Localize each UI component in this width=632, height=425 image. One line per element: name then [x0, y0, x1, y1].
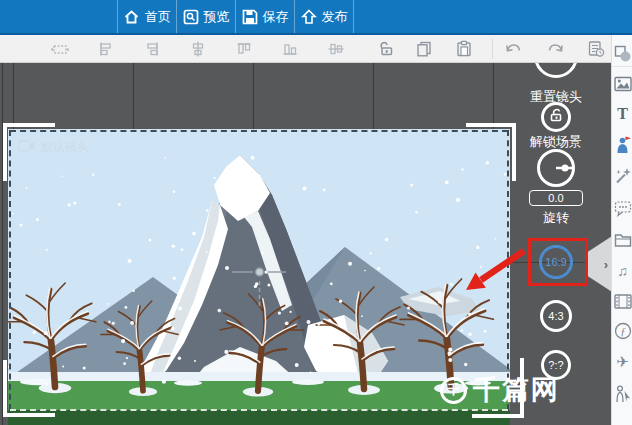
right-tool-strip: T ♫ ƒ ✈	[611, 35, 632, 425]
watermark-logo: 千	[440, 377, 467, 404]
home-icon	[123, 9, 140, 25]
copy-icon[interactable]	[415, 40, 433, 58]
gesture-icon[interactable]	[613, 384, 632, 404]
shapes-icon[interactable]	[613, 44, 632, 64]
menu-item-preview[interactable]: 预览	[177, 0, 235, 33]
undo-icon[interactable]	[504, 40, 522, 58]
menu-item-save[interactable]: 保存	[236, 0, 294, 33]
edit-toolbar	[0, 35, 611, 63]
music-icon[interactable]: ♫	[613, 261, 632, 281]
align-right-icon[interactable]	[143, 40, 161, 58]
unlock-icon[interactable]	[377, 40, 395, 58]
folder-icon[interactable]	[613, 230, 632, 250]
align-middle-vertical-icon[interactable]	[327, 40, 345, 58]
align-bottom-icon[interactable]	[281, 40, 299, 58]
camera-corner-bracket[interactable]	[3, 360, 55, 417]
watermark-text: 千篇网	[473, 372, 560, 408]
character-icon[interactable]	[613, 135, 632, 155]
camera-icon	[18, 140, 35, 155]
image-icon[interactable]	[613, 74, 632, 94]
align-top-icon[interactable]	[235, 40, 253, 58]
redo-icon[interactable]	[547, 40, 565, 58]
align-center-horizontal-icon[interactable]	[189, 40, 207, 58]
history-icon[interactable]	[587, 40, 605, 58]
chevron-right-icon: ›	[604, 257, 611, 272]
magic-wand-icon[interactable]	[613, 166, 632, 186]
align-left-icon[interactable]	[97, 40, 115, 58]
menu-divider	[353, 0, 354, 33]
camera-bound-bottom	[10, 409, 508, 411]
app-window: 首页 预览 保存 发布	[0, 0, 632, 425]
camera-bound-top	[10, 130, 508, 132]
paste-icon[interactable]	[455, 40, 473, 58]
camera-label: 默认镜头	[18, 139, 89, 156]
rotate-value-box[interactable]: 0.0	[529, 190, 583, 206]
menu-item-home[interactable]: 首页	[118, 0, 176, 33]
main-menu: 首页 预览 保存 发布	[117, 0, 354, 33]
rotate-dial[interactable]	[537, 149, 575, 187]
panel-collapse-flap[interactable]: ›	[588, 236, 611, 292]
unlock-scene-button[interactable]	[541, 102, 571, 132]
publish-icon	[301, 9, 317, 25]
workspace: 默认镜头 重置镜头 解锁场景 0.0 旋转 › 16:9 4:3 ?:? 千 千…	[0, 63, 611, 425]
airplane-icon[interactable]: ✈	[613, 351, 632, 371]
menu-label: 发布	[322, 8, 348, 26]
camera-corner-bracket[interactable]	[466, 123, 516, 181]
watermark: 千 千篇网	[440, 372, 560, 408]
top-menu-bar: 首页 预览 保存 发布	[0, 0, 632, 35]
formula-icon[interactable]: ƒ	[613, 321, 632, 341]
speech-bubble-icon[interactable]	[613, 198, 632, 218]
menu-label: 保存	[263, 8, 289, 26]
camera-tool-icon[interactable]	[534, 63, 578, 78]
svg-text:ƒ: ƒ	[620, 325, 626, 337]
text-icon[interactable]: T	[613, 104, 632, 124]
menu-label: 首页	[145, 8, 171, 26]
preview-icon	[183, 9, 199, 25]
rotate-label: 旋转	[509, 209, 603, 227]
menu-label: 预览	[204, 8, 230, 26]
unlock-scene-icon	[549, 108, 564, 127]
strip-divider	[612, 66, 632, 67]
toolbar-divider	[492, 39, 493, 59]
save-icon	[242, 9, 258, 25]
menu-item-publish[interactable]: 发布	[295, 0, 353, 33]
annotation-red-box	[528, 238, 588, 286]
video-icon[interactable]	[613, 291, 632, 311]
marquee-select-icon[interactable]	[51, 40, 69, 58]
ratio-button-4-3[interactable]: 4:3	[540, 300, 572, 332]
scene-canvas[interactable]	[8, 129, 510, 425]
